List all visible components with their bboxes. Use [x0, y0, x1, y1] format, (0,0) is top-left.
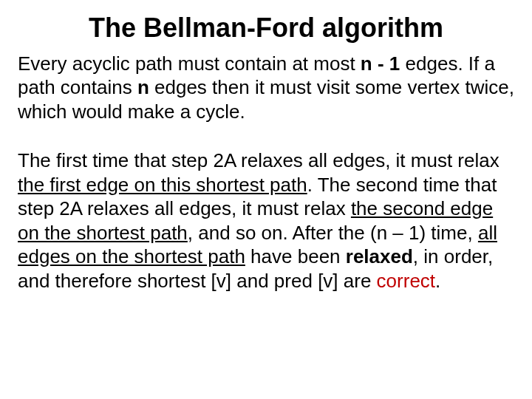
text: , and so on. After the (n – 1) time,: [188, 222, 478, 244]
text: The first time that step 2A relaxes all …: [18, 149, 499, 171]
underlined-text: the first edge on this shortest path: [18, 174, 307, 196]
slide-body: Every acyclic path must contain at most …: [18, 52, 514, 293]
bold-text: n - 1: [361, 52, 400, 75]
text: Every acyclic path must contain at most: [18, 52, 361, 75]
bold-text: n: [137, 76, 149, 98]
paragraph-1: Every acyclic path must contain at most …: [18, 52, 514, 124]
paragraph-gap: [18, 123, 514, 149]
text: .: [435, 270, 440, 292]
slide: The Bellman-Ford algorithm Every acyclic…: [0, 0, 532, 399]
bold-text: relaxed: [346, 245, 413, 267]
slide-title: The Bellman-Ford algorithm: [18, 13, 514, 43]
paragraph-2: The first time that step 2A relaxes all …: [18, 149, 514, 293]
text: have been: [245, 245, 346, 267]
red-text: correct: [377, 270, 435, 292]
